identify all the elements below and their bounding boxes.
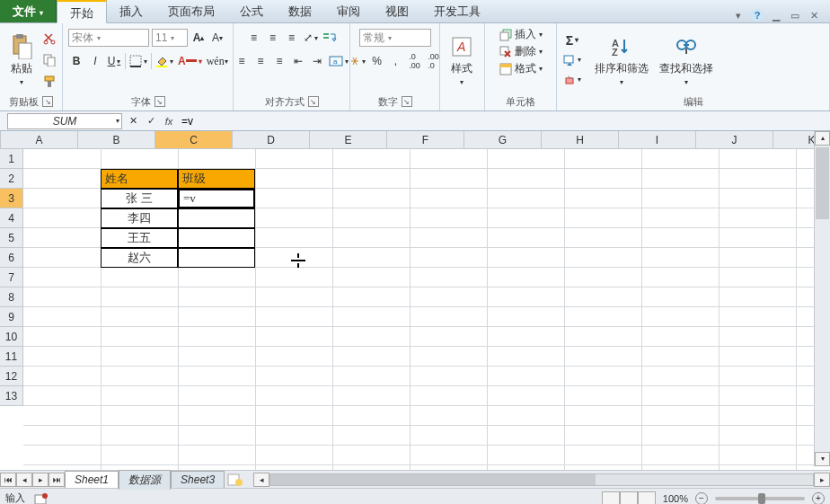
name-box[interactable]: SUM▾ bbox=[7, 113, 122, 129]
align-right-button[interactable]: ≡ bbox=[271, 52, 287, 70]
align-center-button[interactable]: ≡ bbox=[252, 52, 269, 70]
row-header-2[interactable]: 2 bbox=[0, 169, 23, 189]
tab-view[interactable]: 视图 bbox=[373, 0, 421, 22]
align-top-button[interactable]: ≡ bbox=[246, 29, 262, 47]
horizontal-scrollbar[interactable] bbox=[269, 473, 814, 486]
row-header-10[interactable]: 10 bbox=[0, 327, 23, 347]
insert-cells-button[interactable]: 插入 ▾ bbox=[499, 27, 543, 42]
fill-button[interactable] bbox=[562, 51, 582, 69]
col-header-H[interactable]: H bbox=[542, 131, 619, 149]
macro-record-icon[interactable] bbox=[34, 492, 49, 505]
window-minimize-icon[interactable]: ▁ bbox=[769, 9, 783, 22]
col-header-C[interactable]: C bbox=[155, 131, 233, 149]
col-header-I[interactable]: I bbox=[619, 131, 696, 149]
alignment-dialog-launcher[interactable]: ↘ bbox=[308, 96, 319, 107]
align-left-button[interactable]: ≡ bbox=[234, 52, 250, 70]
format-cells-button[interactable]: 格式 ▾ bbox=[499, 61, 543, 76]
tab-insert[interactable]: 插入 bbox=[107, 0, 155, 22]
tab-home[interactable]: 开始 bbox=[57, 0, 107, 23]
cell-C2[interactable]: 班级 bbox=[178, 169, 255, 189]
cell-B2[interactable]: 姓名 bbox=[101, 169, 178, 189]
styles-button[interactable]: A 样式▾ bbox=[446, 32, 478, 88]
increase-indent-button[interactable]: ⇥ bbox=[309, 52, 325, 70]
sheet-nav-last-button[interactable]: ⏭ bbox=[49, 473, 65, 487]
vscroll-thumb[interactable] bbox=[816, 147, 829, 219]
row-header-3[interactable]: 3 bbox=[0, 189, 23, 208]
zoom-slider[interactable] bbox=[715, 497, 805, 500]
col-header-D[interactable]: D bbox=[233, 131, 310, 149]
tab-formulas[interactable]: 公式 bbox=[227, 0, 276, 22]
row-header-1[interactable]: 1 bbox=[0, 149, 23, 169]
sheet-tab-1[interactable]: Sheet1 bbox=[65, 471, 119, 488]
scroll-down-button[interactable]: ▾ bbox=[815, 452, 830, 466]
enter-formula-button[interactable]: ✓ bbox=[142, 113, 160, 129]
sheet-tab-3[interactable]: Sheet3 bbox=[171, 471, 225, 488]
cell-B6[interactable]: 赵六 bbox=[101, 248, 178, 268]
font-name-combo[interactable]: 宋体▾ bbox=[68, 29, 149, 47]
cell-C6[interactable] bbox=[178, 248, 255, 268]
increase-font-button[interactable]: A▴ bbox=[190, 29, 207, 47]
ribbon-minimize-icon[interactable]: ▾ bbox=[731, 9, 746, 22]
border-button[interactable] bbox=[128, 52, 148, 70]
col-header-F[interactable]: F bbox=[387, 131, 464, 149]
clipboard-dialog-launcher[interactable]: ↘ bbox=[42, 96, 53, 107]
tab-review[interactable]: 审阅 bbox=[324, 0, 373, 22]
hscroll-thumb[interactable] bbox=[270, 474, 596, 485]
row-header-8[interactable]: 8 bbox=[0, 287, 23, 307]
tab-data[interactable]: 数据 bbox=[276, 0, 324, 22]
bold-button[interactable]: B bbox=[68, 52, 84, 70]
paste-button[interactable]: 粘贴 ▾ bbox=[5, 32, 38, 88]
decrease-font-button[interactable]: A▾ bbox=[209, 29, 225, 47]
underline-button[interactable]: U bbox=[106, 52, 122, 70]
row-header-11[interactable]: 11 bbox=[0, 347, 23, 367]
page-layout-view-button[interactable] bbox=[620, 491, 638, 505]
sheet-nav-first-button[interactable]: ⏮ bbox=[0, 473, 16, 487]
col-header-G[interactable]: G bbox=[464, 131, 542, 149]
hscroll-right-button[interactable]: ▸ bbox=[814, 473, 830, 487]
insert-function-button[interactable]: fx bbox=[160, 113, 178, 129]
number-dialog-launcher[interactable]: ↘ bbox=[402, 96, 412, 107]
cell-C5[interactable] bbox=[178, 228, 255, 248]
increase-decimal-button[interactable]: .0.00 bbox=[407, 52, 423, 70]
comma-button[interactable]: , bbox=[388, 52, 404, 70]
find-select-button[interactable]: 查找和选择▾ bbox=[656, 32, 717, 88]
row-header-12[interactable]: 12 bbox=[0, 367, 23, 386]
cell-B4[interactable]: 李四 bbox=[101, 208, 178, 228]
row-header-7[interactable]: 7 bbox=[0, 268, 23, 287]
cell-C4[interactable] bbox=[178, 208, 255, 228]
cell-B5[interactable]: 王五 bbox=[101, 228, 178, 248]
delete-cells-button[interactable]: 删除 ▾ bbox=[499, 44, 543, 59]
merge-button[interactable]: a bbox=[328, 52, 349, 70]
cancel-formula-button[interactable]: ✕ bbox=[124, 113, 142, 129]
scroll-up-button[interactable]: ▴ bbox=[815, 131, 830, 146]
cell-C3[interactable]: =v bbox=[178, 189, 255, 208]
col-header-A[interactable]: A bbox=[1, 131, 78, 149]
col-header-J[interactable]: J bbox=[696, 131, 773, 149]
sheet-nav-prev-button[interactable]: ◂ bbox=[16, 473, 32, 487]
tab-developer[interactable]: 开发工具 bbox=[421, 0, 493, 22]
font-color-button[interactable]: A bbox=[177, 52, 203, 70]
hscroll-left-button[interactable]: ◂ bbox=[253, 473, 269, 487]
cell-grid[interactable]: 姓名 班级 张 三 =v 李四 王五 赵六 bbox=[23, 149, 830, 470]
font-dialog-launcher[interactable]: ↘ bbox=[155, 96, 165, 107]
decrease-indent-button[interactable]: ⇤ bbox=[290, 52, 306, 70]
tab-file[interactable]: 文件 ▾ bbox=[0, 0, 57, 22]
row-header-4[interactable]: 4 bbox=[0, 208, 23, 228]
window-restore-icon[interactable]: ▭ bbox=[788, 9, 802, 22]
zoom-level[interactable]: 100% bbox=[663, 493, 688, 504]
row-header-9[interactable]: 9 bbox=[0, 307, 23, 327]
formula-input[interactable] bbox=[178, 113, 830, 129]
percent-button[interactable]: % bbox=[369, 52, 385, 70]
row-header-13[interactable]: 13 bbox=[0, 386, 23, 406]
decrease-decimal-button[interactable]: .00.0 bbox=[426, 52, 442, 70]
align-bottom-button[interactable]: ≡ bbox=[284, 29, 300, 47]
page-break-view-button[interactable] bbox=[638, 491, 656, 505]
cell-B3[interactable]: 张 三 bbox=[101, 189, 178, 208]
align-middle-button[interactable]: ≡ bbox=[265, 29, 281, 47]
row-header-5[interactable]: 5 bbox=[0, 228, 23, 248]
autosum-button[interactable]: Σ bbox=[562, 31, 582, 49]
sheet-nav-next-button[interactable]: ▸ bbox=[32, 473, 49, 487]
phonetic-button[interactable]: wén▾ bbox=[206, 52, 229, 70]
window-close-icon[interactable]: ✕ bbox=[807, 9, 821, 22]
copy-button[interactable] bbox=[41, 51, 57, 69]
